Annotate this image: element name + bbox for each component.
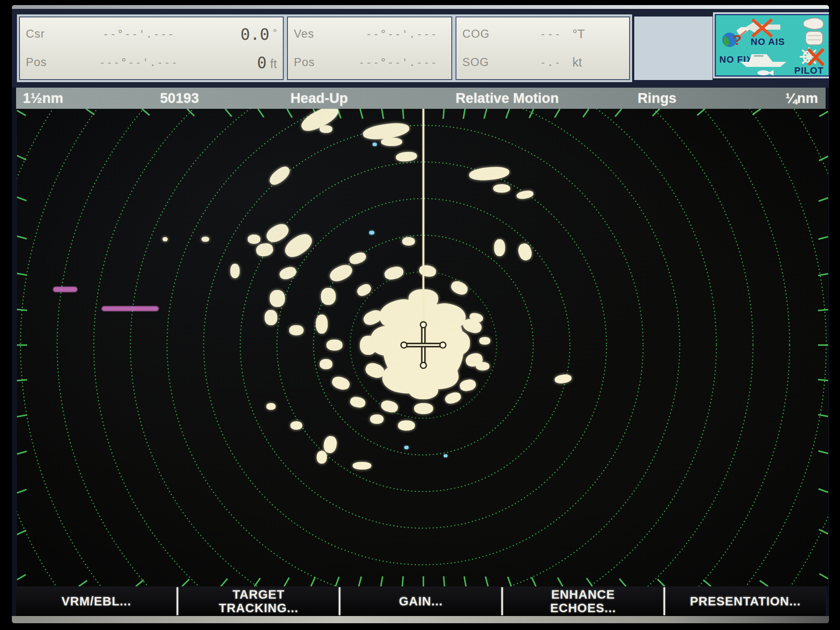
boat-icon [739, 50, 790, 69]
vessel-pos-label: Pos [294, 56, 336, 69]
header: Csr --°--'.--- 0.0° Pos ---°--'.--- 0ft … [12, 9, 829, 88]
hand-icon [800, 17, 826, 47]
sog-unit: kt [572, 55, 623, 69]
no-ais-icon [744, 18, 782, 38]
header-filler [634, 17, 713, 80]
cursor-panel: Csr --°--'.--- 0.0° Pos ---°--'.--- 0ft [19, 17, 284, 80]
screen-bottom-bezel [12, 616, 829, 623]
cursor-bearing-label: Csr [26, 28, 68, 41]
cursor-position-placeholder: --°--'.--- [68, 28, 209, 40]
cursor-pos-label: Pos [26, 56, 68, 69]
cursor-depth-unit: ft [270, 57, 277, 71]
cog-label: COG [462, 28, 505, 41]
menu-gain[interactable]: GAIN... [340, 586, 501, 616]
vessel-label: Ves [294, 28, 336, 41]
vessel-panel: Ves --°--'.--- Pos ---°--'.--- [287, 17, 452, 80]
vessel-pos-placeholder: ---°--'.--- [336, 56, 445, 69]
rings-interval[interactable]: ¼nm [785, 90, 818, 106]
menu-enhance-echoes[interactable]: ENHANCE ECHOES... [503, 586, 663, 616]
cursor-depth-value: 0 [257, 53, 267, 72]
status-icon-box: ? NO FIX NO AIS [715, 14, 829, 77]
cog-unit: °T [572, 27, 623, 41]
cursor-pos-placeholder: ---°--'.--- [68, 56, 209, 69]
svg-text:?: ? [733, 32, 742, 48]
radar-screen: Csr --°--'.--- 0.0° Pos ---°--'.--- 0ft … [12, 5, 829, 623]
no-ais-label: NO AIS [751, 36, 785, 47]
rings-label[interactable]: Rings [638, 90, 677, 106]
sog-value: -.- [505, 56, 569, 69]
cog-value: --- [505, 28, 569, 40]
radar-viewport[interactable] [17, 109, 828, 586]
nav-panel: COG --- °T SOG -.- kt [456, 17, 630, 80]
pilot-label: PILOT [794, 65, 824, 76]
cursor-cross [401, 322, 446, 368]
heading-cursor-layer [17, 109, 828, 586]
sog-label: SOG [462, 56, 505, 69]
display-id: 50193 [160, 90, 199, 106]
cursor-bearing-value: 0.0 [240, 25, 270, 44]
orientation-mode[interactable]: Head-Up [290, 90, 348, 106]
status-bar: 1½nm 50193 Head-Up Relative Motion Rings… [16, 88, 826, 109]
motion-mode[interactable]: Relative Motion [456, 90, 559, 106]
vessel-position-placeholder: --°--'.--- [336, 28, 445, 40]
fish-icon [757, 69, 774, 76]
menu-presentation[interactable]: PRESENTATION... [665, 586, 826, 616]
cursor-bearing-unit: ° [273, 27, 277, 39]
range-scale[interactable]: 1½nm [23, 90, 63, 106]
softkey-menu: VRM/EBL... TARGET TRACKING... GAIN... EN… [16, 586, 826, 616]
screen-top-bezel [12, 5, 829, 9]
menu-target-tracking[interactable]: TARGET TRACKING... [178, 586, 339, 616]
menu-vrm-ebl[interactable]: VRM/EBL... [16, 586, 177, 616]
